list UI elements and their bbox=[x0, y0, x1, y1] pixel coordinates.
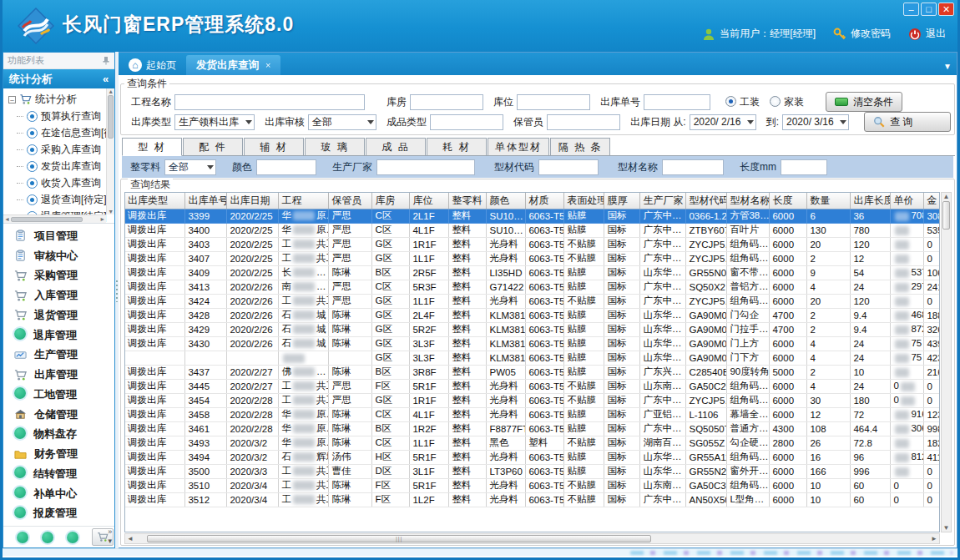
material-tab[interactable]: 型 材 bbox=[122, 138, 182, 156]
location-input[interactable] bbox=[517, 94, 590, 110]
material-tab[interactable]: 成 品 bbox=[366, 138, 426, 155]
outbound-type-select[interactable]: 生产领料出库 bbox=[174, 114, 255, 130]
sidebar-menu-item[interactable]: 生产管理 bbox=[3, 346, 114, 364]
profile-name-input[interactable] bbox=[662, 159, 724, 175]
tree-root[interactable]: – 统计分析 bbox=[8, 91, 114, 108]
collapsed-module-icon[interactable] bbox=[67, 532, 78, 543]
length-input[interactable] bbox=[781, 159, 827, 175]
tree-item[interactable]: 采购入库查询 bbox=[8, 141, 114, 158]
column-header[interactable]: 整零料 bbox=[449, 193, 487, 209]
material-tab[interactable]: 辅 材 bbox=[244, 138, 304, 155]
material-tab[interactable]: 耗 材 bbox=[427, 138, 487, 155]
sidebar-menu-item[interactable]: 财务管理 bbox=[3, 445, 114, 463]
column-header[interactable]: 生产厂家 bbox=[640, 193, 686, 209]
sidebar-menu-item[interactable]: 仓储管理 bbox=[3, 406, 114, 424]
sidebar-menu-item[interactable]: 退货管理 bbox=[3, 306, 114, 325]
warehouse-input[interactable] bbox=[410, 94, 483, 110]
profile-code-input[interactable] bbox=[538, 159, 599, 175]
table-row[interactable]: 调拨出库34612020/2/28华原…陈琳B区1R2F整料F8877FT606… bbox=[125, 421, 940, 436]
table-row[interactable]: 调拨出库34242020/2/26工共工程严思G区1L1F整料光身料6063-T… bbox=[125, 294, 940, 308]
gongzhuang-radio[interactable] bbox=[725, 96, 736, 107]
column-header[interactable]: 保管员 bbox=[329, 193, 372, 209]
sidebar-menu-item[interactable]: 入库管理 bbox=[3, 286, 114, 305]
logout[interactable]: 退出 bbox=[908, 27, 946, 41]
column-header[interactable]: 库房 bbox=[372, 193, 410, 209]
tree-item[interactable]: 预算执行查询 bbox=[8, 108, 114, 124]
material-tab[interactable]: 配 件 bbox=[183, 138, 243, 155]
tab-close-icon[interactable]: × bbox=[265, 60, 270, 70]
minimize-button[interactable]: – bbox=[903, 3, 919, 16]
clear-conditions-button[interactable]: 清空条件 bbox=[826, 92, 902, 112]
tree-item[interactable]: 收货入库查询 bbox=[8, 174, 114, 191]
sidebar-menu-item[interactable]: 出库管理 bbox=[3, 366, 114, 384]
search-button[interactable]: 查 询 bbox=[864, 112, 951, 132]
column-header[interactable]: 材质 bbox=[526, 193, 564, 209]
sidebar-menu-item[interactable]: 工地管理 bbox=[3, 386, 114, 404]
whole-part-select[interactable]: 全部 bbox=[164, 159, 216, 175]
sidebar-section-header[interactable]: 统计分析 « bbox=[3, 69, 114, 88]
tree-item[interactable]: 发货出库查询 bbox=[8, 158, 114, 174]
pin-icon[interactable] bbox=[102, 56, 110, 65]
collapsed-module-icon[interactable] bbox=[42, 532, 53, 543]
table-vertical-scrollbar[interactable]: ▲▼ bbox=[941, 192, 952, 532]
tree-item[interactable]: 退货查询[待定] bbox=[8, 191, 114, 208]
collapsed-module-icon[interactable] bbox=[17, 532, 28, 543]
column-header[interactable]: 长度 bbox=[770, 193, 807, 209]
table-row[interactable]: 调拨出库34282020/2/26石城陈琳G区2L4F整料KLM38176063… bbox=[125, 308, 940, 322]
sidebar-menu-item[interactable]: 物料盘存 bbox=[3, 425, 114, 443]
jiazhuang-radio-label[interactable]: 家装 bbox=[784, 95, 804, 109]
table-row[interactable]: 调拨出库33992020/2/25华原…严思C区2L1F整料SU10…6063-… bbox=[125, 209, 940, 223]
column-header[interactable]: 膜厚 bbox=[604, 193, 640, 209]
tab-outbound-query[interactable]: 发货出库查询 × bbox=[186, 55, 280, 75]
table-row[interactable]: 调拨出库34002020/2/25华原…严思C区4L1F整料SU10…6063-… bbox=[125, 223, 940, 237]
tree-horizontal-scrollbar[interactable]: ◄► bbox=[3, 214, 106, 223]
column-header[interactable]: 金 bbox=[924, 193, 940, 209]
column-header[interactable]: 出库日期 bbox=[227, 193, 279, 209]
table-row[interactable]: 调拨出库35102020/3/4工共工程陈琳F区5R1F整料光身料6063-T5… bbox=[125, 478, 940, 492]
audit-select[interactable]: 全部 bbox=[308, 114, 376, 130]
column-header[interactable]: 出库长度 bbox=[851, 193, 891, 209]
table-row[interactable]: 调拨出库34092020/2/25长…陈琳B区2R5F整料LI35HD6063-… bbox=[125, 265, 940, 280]
close-button[interactable]: ✕ bbox=[938, 3, 954, 16]
gongzhuang-radio-label[interactable]: 工装 bbox=[740, 95, 760, 109]
sidebar-menu-item[interactable]: 报废管理 bbox=[3, 504, 114, 522]
sidebar-menu-item[interactable]: 项目管理 bbox=[3, 227, 114, 245]
column-header[interactable]: 型材代码 bbox=[686, 193, 727, 209]
sidebar-menu-item[interactable]: 结转管理 bbox=[3, 465, 114, 483]
column-header[interactable]: 颜色 bbox=[487, 193, 526, 209]
color-input[interactable] bbox=[256, 159, 316, 175]
sidebar-splitter[interactable] bbox=[115, 52, 119, 548]
table-row[interactable]: 调拨出库34932020/3/2华原…陈琳C区1L1F整料黑色塑料不贴膜国标湖南… bbox=[125, 436, 940, 450]
table-row[interactable]: 调拨出库34942020/3/2石辉城汤伟H区5R1F整料光身料6063-T5贴… bbox=[125, 450, 940, 464]
material-tab[interactable]: 单体型材 bbox=[488, 138, 549, 155]
sidebar-menu-item[interactable]: 补单中心 bbox=[3, 485, 114, 503]
menu-overflow-chevron[interactable]: »▾ bbox=[108, 527, 112, 546]
column-header[interactable]: 出库类型 bbox=[125, 193, 185, 209]
keeper-input[interactable] bbox=[547, 114, 620, 130]
date-from-picker[interactable]: 2020/ 2/16 bbox=[690, 114, 756, 130]
table-row[interactable]: G区3L3F整料KLM38176063-T5贴膜国标山东华…GA90M09.门下… bbox=[125, 351, 940, 365]
tab-home[interactable]: ⌂ 起始页 bbox=[119, 55, 186, 75]
tree-vertical-scrollbar[interactable]: ▲▼ bbox=[106, 88, 114, 214]
maximize-button[interactable]: □ bbox=[921, 3, 937, 16]
tablist-chevron-icon[interactable]: ▼ bbox=[943, 62, 952, 71]
project-name-input[interactable] bbox=[174, 94, 365, 110]
column-header[interactable]: 库位 bbox=[410, 193, 449, 209]
maker-input[interactable] bbox=[376, 159, 475, 175]
table-row[interactable]: 调拨出库34542020/2/28工共工程严思G区1R1F整料光身料6063-T… bbox=[125, 393, 940, 407]
sidebar-menu-item[interactable]: 采购管理 bbox=[3, 266, 114, 285]
tree-item[interactable]: 在途信息查询[待 bbox=[8, 124, 114, 141]
tree-expander-icon[interactable]: – bbox=[8, 96, 16, 103]
collapse-icon[interactable]: « bbox=[103, 73, 109, 85]
table-row[interactable]: 调拨出库35002020/3/3工共工程曹佳D区3L1F整料LT3P606063… bbox=[125, 464, 940, 478]
table-row[interactable]: 调拨出库34452020/2/27工共工程严思F区5R1F整料光身料6063-T… bbox=[125, 379, 940, 393]
sidebar-menu-item[interactable]: 审核中心 bbox=[3, 247, 114, 265]
column-header[interactable]: 数量 bbox=[807, 193, 851, 209]
jiazhuang-radio[interactable] bbox=[770, 96, 781, 107]
product-type-input[interactable] bbox=[430, 114, 503, 130]
table-row[interactable]: 调拨出库34132020/2/26南…严思C区5R3F整料G714226063-… bbox=[125, 280, 940, 294]
change-password[interactable]: 修改密码 bbox=[833, 27, 891, 41]
table-row[interactable]: 调拨出库34302020/2/26石城陈琳G区3L3F整料KLM38176063… bbox=[125, 336, 940, 351]
table-row[interactable]: 调拨出库34032020/2/25工共工程严思G区1R1F整料光身料6063-T… bbox=[125, 237, 940, 251]
table-row[interactable]: 调拨出库34582020/2/28华原…陈琳C区4L1F整料光身料6063-T5… bbox=[125, 407, 940, 421]
